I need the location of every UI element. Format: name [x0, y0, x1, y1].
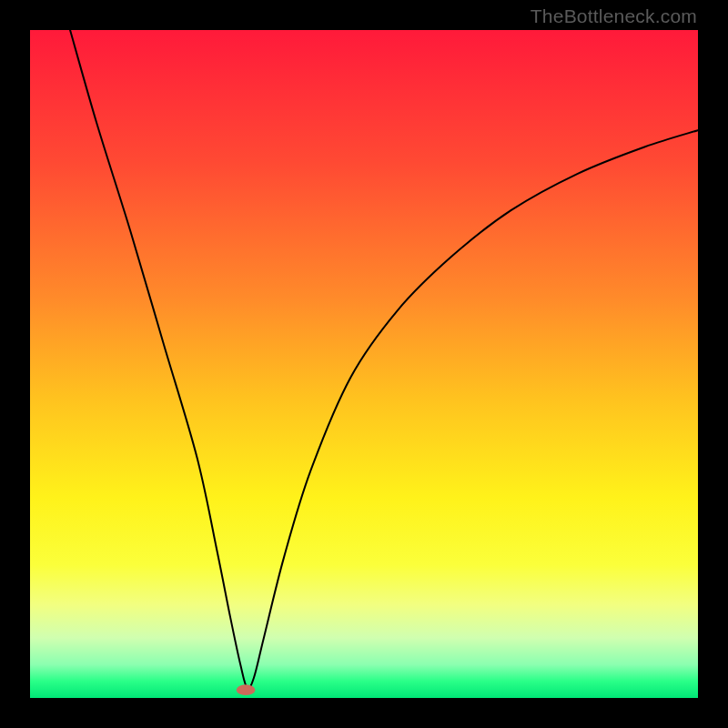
chart-background-gradient: [30, 30, 698, 698]
chart-plot-area: [30, 30, 698, 698]
frame-border-right: [698, 0, 728, 728]
watermark-text: TheBottleneck.com: [531, 5, 697, 27]
optimum-marker: [237, 684, 256, 695]
frame-border-left: [0, 0, 30, 728]
chart-svg: [30, 30, 698, 698]
frame-border-bottom: [0, 698, 728, 728]
